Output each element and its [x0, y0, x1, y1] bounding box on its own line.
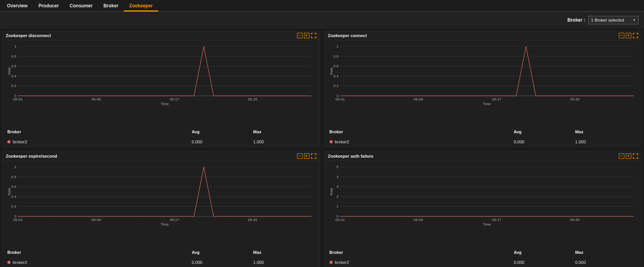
panel-title: Zookeeper expire/second	[6, 154, 57, 158]
chart-panel: Zookeeper auth failure − + 01234505-0105…	[325, 151, 642, 267]
stats-header: Broker Avg Max	[325, 126, 642, 136]
panel-header: Zookeeper connect − +	[325, 31, 642, 40]
svg-text:1: 1	[14, 165, 16, 169]
stats-broker-name: broker2	[335, 139, 349, 144]
tab-overview[interactable]: Overview	[2, 0, 33, 12]
svg-text:1: 1	[336, 205, 338, 209]
add-icon[interactable]: +	[626, 153, 631, 159]
svg-text:0.8: 0.8	[333, 54, 338, 58]
chart-area[interactable]: 00.20.40.60.8105-0105-0905-1705-25RateTi…	[7, 165, 316, 247]
stats-col-avg: Avg	[514, 129, 575, 134]
panel-title: Zookeeper auth failure	[328, 154, 374, 158]
collapse-icon[interactable]: −	[619, 33, 624, 38]
svg-text:Rate: Rate	[7, 188, 11, 196]
broker-select-value: 1 Broker selected	[591, 18, 624, 22]
svg-text:05-17: 05-17	[492, 218, 501, 222]
stats-col-avg: Avg	[192, 250, 253, 255]
tab-zookeeper[interactable]: Zookeeper	[124, 0, 158, 12]
stats-max-value: 1.000	[253, 139, 315, 144]
stats-max-value: 1.000	[253, 260, 315, 265]
chart-panel: Zookeeper connect − + 00.20.40.60.8105-0…	[325, 31, 642, 147]
stats-col-avg: Avg	[514, 250, 575, 255]
collapse-icon[interactable]: −	[619, 153, 624, 159]
panel-header: Zookeeper disconnect − +	[3, 31, 319, 40]
stats-header: Broker Avg Max	[3, 247, 319, 257]
svg-text:05-01: 05-01	[335, 218, 345, 222]
stats-row: broker2 0.000 1.000	[3, 136, 319, 146]
svg-text:05-25: 05-25	[570, 97, 579, 101]
svg-text:05-09: 05-09	[92, 218, 101, 222]
svg-text:Rate: Rate	[330, 188, 333, 196]
stats-col-broker: Broker	[330, 250, 514, 255]
stats-avg-value: 0.000	[514, 260, 575, 265]
add-icon[interactable]: +	[626, 33, 631, 38]
panel-header: Zookeeper expire/second − +	[3, 152, 319, 161]
svg-text:05-17: 05-17	[170, 218, 179, 222]
stats-col-max: Max	[253, 129, 315, 134]
collapse-icon[interactable]: −	[297, 33, 302, 38]
chart-area[interactable]: 01234505-0105-0905-1705-25RateTime	[329, 165, 638, 247]
broker-select[interactable]: 1 Broker selected ▼	[588, 16, 639, 24]
svg-text:0.4: 0.4	[333, 74, 338, 78]
stats-col-max: Max	[253, 250, 315, 255]
collapse-icon[interactable]: −	[297, 153, 302, 159]
svg-text:05-17: 05-17	[492, 97, 501, 101]
series-color-dot	[330, 261, 333, 264]
toolbar: Broker : 1 Broker selected ▼	[0, 12, 644, 29]
expand-icon[interactable]	[311, 153, 316, 159]
svg-text:0.4: 0.4	[11, 195, 16, 199]
svg-text:4: 4	[336, 175, 338, 179]
stats-col-avg: Avg	[192, 129, 253, 134]
stats-avg-value: 0.000	[514, 139, 575, 144]
stats-broker-name: broker2	[13, 139, 27, 144]
svg-text:2: 2	[336, 195, 338, 199]
panel-title: Zookeeper disconnect	[6, 33, 51, 38]
tab-consumer[interactable]: Consumer	[64, 0, 98, 12]
chart-panel: Zookeeper expire/second − + 00.20.40.60.…	[2, 151, 320, 267]
svg-text:0.2: 0.2	[11, 84, 16, 88]
chart-panel: Zookeeper disconnect − + 00.20.40.60.810…	[2, 31, 320, 147]
svg-text:Time: Time	[161, 102, 169, 106]
chevron-down-icon: ▼	[632, 18, 636, 22]
svg-text:0.8: 0.8	[11, 54, 16, 58]
stats-avg-value: 0.000	[192, 139, 253, 144]
chart-area[interactable]: 00.20.40.60.8105-0105-0905-1705-25RateTi…	[329, 44, 638, 126]
stats-header: Broker Avg Max	[3, 126, 319, 136]
stats-broker-name: broker2	[13, 260, 27, 265]
series-color-dot	[7, 140, 10, 143]
svg-text:0.6: 0.6	[333, 64, 338, 68]
panel-title: Zookeeper connect	[328, 33, 367, 38]
svg-text:05-25: 05-25	[248, 97, 257, 101]
svg-text:Time: Time	[483, 223, 491, 226]
stats-col-max: Max	[575, 129, 637, 134]
series-color-dot	[330, 140, 333, 143]
svg-text:0.6: 0.6	[11, 185, 16, 189]
add-icon[interactable]: +	[304, 33, 309, 38]
tab-broker[interactable]: Broker	[98, 0, 124, 12]
svg-text:Time: Time	[161, 223, 169, 226]
expand-icon[interactable]	[311, 33, 316, 38]
svg-text:05-01: 05-01	[13, 218, 22, 222]
svg-text:5: 5	[336, 165, 338, 169]
stats-col-broker: Broker	[7, 129, 192, 134]
stats-row: broker2 0.000 1.000	[3, 257, 319, 267]
svg-text:3: 3	[336, 185, 338, 189]
expand-icon[interactable]	[633, 153, 638, 159]
svg-text:Time: Time	[483, 102, 491, 106]
svg-text:0.4: 0.4	[11, 74, 16, 78]
tab-producer[interactable]: Producer	[33, 0, 64, 12]
chart-area[interactable]: 00.20.40.60.8105-0105-0905-1705-25RateTi…	[7, 44, 316, 126]
series-color-dot	[7, 261, 10, 264]
svg-text:Rate: Rate	[7, 68, 11, 75]
svg-text:0.6: 0.6	[11, 64, 16, 68]
svg-text:05-17: 05-17	[170, 97, 179, 101]
svg-text:0.2: 0.2	[11, 205, 16, 209]
tab-bar: Overview Producer Consumer Broker Zookee…	[0, 0, 644, 12]
expand-icon[interactable]	[633, 33, 638, 38]
stats-max-value: 0.000	[575, 260, 637, 265]
stats-avg-value: 0.000	[192, 260, 253, 265]
svg-text:1: 1	[14, 44, 16, 48]
svg-text:05-01: 05-01	[335, 97, 345, 101]
svg-text:0.2: 0.2	[333, 84, 338, 88]
add-icon[interactable]: +	[304, 153, 309, 159]
